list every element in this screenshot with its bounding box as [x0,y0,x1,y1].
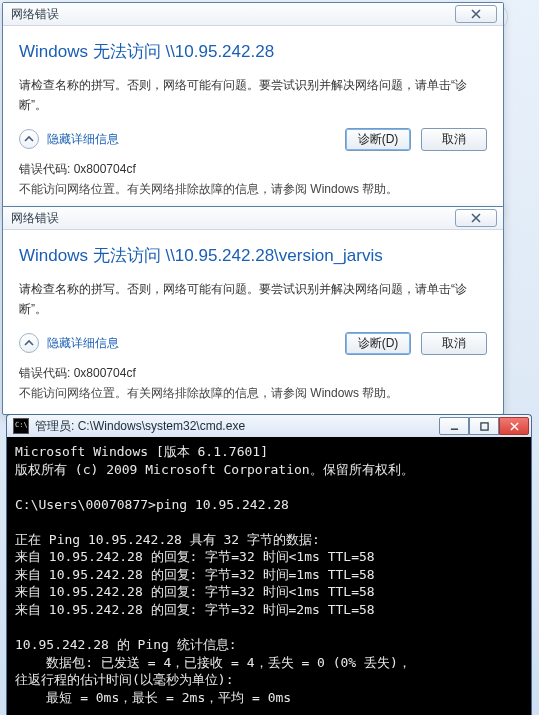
error-description-text: 不能访问网络位置。有关网络排除故障的信息，请参阅 Windows 帮助。 [19,179,487,199]
dialog-message: 请检查名称的拼写。否则，网络可能有问题。要尝试识别并解决网络问题，请单击“诊断”… [19,279,487,320]
command-prompt-window: 管理员: C:\Windows\system32\cmd.exe Microso… [6,414,532,715]
dialog-message: 请检查名称的拼写。否则，网络可能有问题。要尝试识别并解决网络问题，请单击“诊断”… [19,75,487,116]
dialog-title-text: 网络错误 [11,6,59,23]
dialog-titlebar: 网络错误 [3,3,503,26]
cmd-titlebar[interactable]: 管理员: C:\Windows\system32\cmd.exe [6,414,532,437]
dialog-close-button[interactable] [455,5,497,23]
diagnose-button[interactable]: 诊断(D) [345,332,411,355]
cancel-button[interactable]: 取消 [421,128,487,151]
diagnose-button[interactable]: 诊断(D) [345,128,411,151]
chevron-up-icon [19,333,39,353]
cancel-button[interactable]: 取消 [421,332,487,355]
hide-details-toggle[interactable]: 隐藏详细信息 [19,129,119,149]
close-icon [471,9,481,19]
dialog-close-button[interactable] [455,209,497,227]
cmd-output[interactable]: Microsoft Windows [版本 6.1.7601] 版权所有 (c)… [6,437,532,715]
dialog-headline: Windows 无法访问 \\10.95.242.28\version_jarv… [19,244,487,267]
dialog-titlebar: 网络错误 [3,207,503,230]
minimize-button[interactable] [439,417,469,435]
cmd-title-text: 管理员: C:\Windows\system32\cmd.exe [35,418,433,435]
hide-details-toggle[interactable]: 隐藏详细信息 [19,333,119,353]
network-error-dialog-2: 网络错误 Windows 无法访问 \\10.95.242.28\version… [2,206,504,415]
close-icon [471,213,481,223]
error-code-text: 错误代码: 0x800704cf [19,363,487,383]
error-code-text: 错误代码: 0x800704cf [19,159,487,179]
close-button[interactable] [499,417,529,435]
chevron-up-icon [19,129,39,149]
cmd-icon [13,418,29,434]
hide-details-label: 隐藏详细信息 [47,335,119,352]
dialog-headline: Windows 无法访问 \\10.95.242.28 [19,40,487,63]
network-error-dialog-1: 网络错误 Windows 无法访问 \\10.95.242.28 请检查名称的拼… [2,2,504,211]
error-description-text: 不能访问网络位置。有关网络排除故障的信息，请参阅 Windows 帮助。 [19,383,487,403]
dialog-title-text: 网络错误 [11,210,59,227]
hide-details-label: 隐藏详细信息 [47,131,119,148]
svg-rect-1 [480,422,487,429]
maximize-button[interactable] [469,417,499,435]
